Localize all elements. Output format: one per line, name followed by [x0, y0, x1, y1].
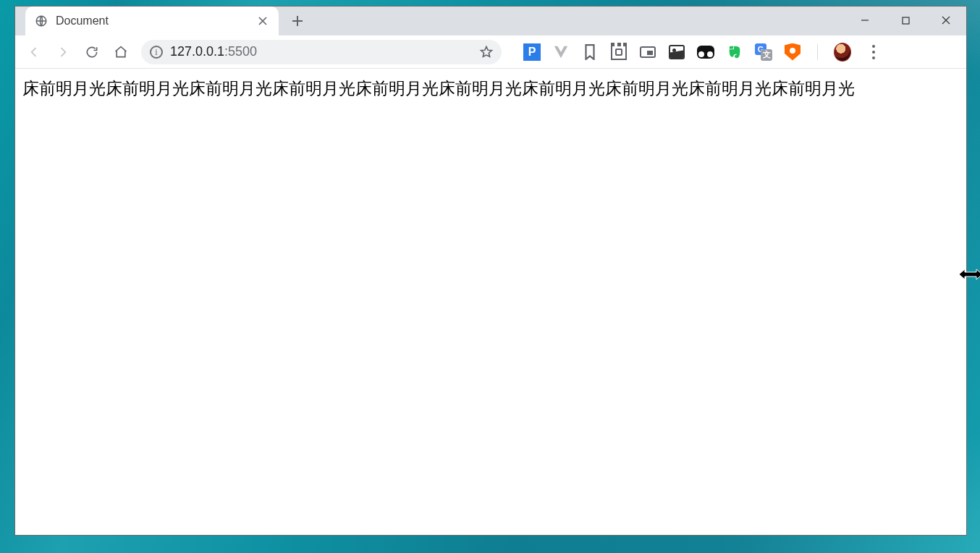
- extension-v-icon[interactable]: [552, 43, 570, 61]
- extension-video-icon[interactable]: [639, 43, 656, 61]
- gt-b-label: 文: [761, 49, 772, 61]
- page-content: 床前明月光床前明月光床前明月光床前明月光床前明月光床前明月光床前明月光床前明月光…: [15, 69, 966, 535]
- tab-strip: Document: [15, 7, 966, 35]
- tab-document[interactable]: Document: [25, 7, 279, 35]
- window-close-button[interactable]: [926, 7, 966, 34]
- window-minimize-button[interactable]: [845, 7, 885, 34]
- extension-castle-icon[interactable]: [610, 43, 628, 61]
- url-host: 127.0.0.1: [170, 44, 224, 59]
- extension-shield-icon[interactable]: [784, 43, 801, 61]
- bookmark-star-icon[interactable]: [478, 44, 494, 60]
- url-text: 127.0.0.1:5500: [170, 44, 471, 59]
- extensions-row: P: [523, 43, 884, 61]
- extension-bookmark-icon[interactable]: [581, 43, 599, 61]
- window-controls: [845, 7, 966, 35]
- home-button[interactable]: [108, 39, 134, 65]
- site-info-icon[interactable]: i: [150, 46, 163, 59]
- browser-menu-button[interactable]: [863, 45, 884, 59]
- avatar-icon: [834, 43, 851, 62]
- extension-image-icon[interactable]: [668, 43, 685, 61]
- toolbar-divider: [817, 44, 818, 60]
- address-bar[interactable]: i 127.0.0.1:5500: [141, 40, 502, 64]
- reload-button[interactable]: [79, 39, 105, 65]
- back-button[interactable]: [21, 39, 47, 65]
- profile-avatar[interactable]: [834, 43, 851, 61]
- extension-p-icon[interactable]: P: [523, 43, 541, 61]
- extension-evernote-icon[interactable]: [726, 43, 743, 61]
- globe-icon: [34, 14, 48, 28]
- window-maximize-button[interactable]: [885, 7, 926, 34]
- forward-button[interactable]: [50, 39, 76, 65]
- url-port: :5500: [224, 44, 257, 59]
- extension-eyes-icon[interactable]: [697, 43, 714, 61]
- tab-close-button[interactable]: [255, 14, 270, 28]
- page-body-text: 床前明月光床前明月光床前明月光床前明月光床前明月光床前明月光床前明月光床前明月光…: [22, 79, 855, 98]
- toolbar: i 127.0.0.1:5500 P: [15, 35, 966, 69]
- extension-google-translate-icon[interactable]: G 文: [755, 43, 772, 61]
- new-tab-button[interactable]: [286, 9, 309, 33]
- tab-title: Document: [56, 14, 248, 28]
- svg-rect-1: [903, 17, 909, 24]
- extension-p-label: P: [523, 43, 541, 61]
- browser-window: Document: [14, 6, 967, 536]
